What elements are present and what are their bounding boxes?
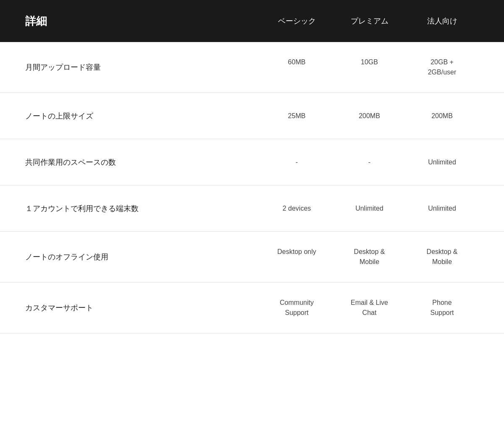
header-col-premium: プレミアム xyxy=(333,16,406,26)
table-body: 月間アップロード容量60MB10GB20GB + 2GB/userノートの上限サ… xyxy=(0,42,504,333)
header-label: 詳細 xyxy=(25,14,260,29)
row-value-offline-col2: Desktop & Mobile xyxy=(333,247,406,267)
row-value-shared-spaces-col2: - xyxy=(333,157,406,167)
table-header: 詳細 ベーシック プレミアム 法人向け xyxy=(0,0,504,42)
row-value-offline-col3: Desktop & Mobile xyxy=(406,247,478,267)
row-value-shared-spaces-col1: - xyxy=(260,157,333,167)
header-col-business: 法人向け xyxy=(406,16,478,26)
row-value-support-col2: Email & Live Chat xyxy=(333,298,406,318)
row-value-note-size-col2: 200MB xyxy=(333,111,406,121)
row-values-monthly-upload: 60MB10GB20GB + 2GB/user xyxy=(260,57,479,77)
row-label-offline: ノートのオフライン使用 xyxy=(25,252,260,262)
header-col-basic: ベーシック xyxy=(260,16,333,26)
row-label-support: カスタマーサポート xyxy=(25,303,260,313)
table-row-monthly-upload: 月間アップロード容量60MB10GB20GB + 2GB/user xyxy=(0,42,504,93)
table-row-offline: ノートのオフライン使用Desktop onlyDesktop & MobileD… xyxy=(0,232,504,283)
table-row-note-size: ノートの上限サイズ25MB200MB200MB xyxy=(0,93,504,139)
table-row-devices: １アカウントで利用できる端末数2 devicesUnlimitedUnlimit… xyxy=(0,185,504,232)
row-values-support: Community SupportEmail & Live ChatPhone … xyxy=(260,298,479,318)
row-label-monthly-upload: 月間アップロード容量 xyxy=(25,62,260,72)
row-value-shared-spaces-col3: Unlimited xyxy=(406,157,478,167)
row-value-note-size-col3: 200MB xyxy=(406,111,478,121)
row-values-offline: Desktop onlyDesktop & MobileDesktop & Mo… xyxy=(260,247,479,267)
header-columns: ベーシック プレミアム 法人向け xyxy=(260,16,479,26)
row-values-devices: 2 devicesUnlimitedUnlimited xyxy=(260,204,479,214)
row-value-devices-col2: Unlimited xyxy=(333,204,406,214)
row-value-support-col1: Community Support xyxy=(260,298,333,318)
row-value-devices-col3: Unlimited xyxy=(406,204,478,214)
comparison-table: 詳細 ベーシック プレミアム 法人向け 月間アップロード容量60MB10GB20… xyxy=(0,0,504,333)
row-value-devices-col1: 2 devices xyxy=(260,204,333,214)
row-label-note-size: ノートの上限サイズ xyxy=(25,111,260,121)
row-values-note-size: 25MB200MB200MB xyxy=(260,111,479,121)
row-value-note-size-col1: 25MB xyxy=(260,111,333,121)
table-row-shared-spaces: 共同作業用のスペースの数--Unlimited xyxy=(0,139,504,185)
row-label-shared-spaces: 共同作業用のスペースの数 xyxy=(25,157,260,167)
row-value-monthly-upload-col3: 20GB + 2GB/user xyxy=(406,57,478,77)
row-value-offline-col1: Desktop only xyxy=(260,247,333,267)
row-value-support-col3: Phone Support xyxy=(406,298,478,318)
row-value-monthly-upload-col2: 10GB xyxy=(333,57,406,77)
row-label-devices: １アカウントで利用できる端末数 xyxy=(25,204,260,214)
table-row-support: カスタマーサポートCommunity SupportEmail & Live C… xyxy=(0,283,504,333)
row-values-shared-spaces: --Unlimited xyxy=(260,157,479,167)
row-value-monthly-upload-col1: 60MB xyxy=(260,57,333,77)
